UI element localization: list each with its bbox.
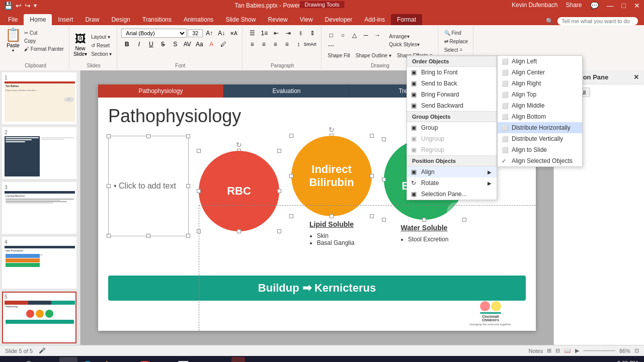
shape-more[interactable]: ⋯ (326, 41, 337, 51)
submenu-distribute-vert[interactable]: ⬜ Distribute Vertically (498, 133, 582, 144)
submenu-align-selected[interactable]: ✓ Align Selected Objects (498, 155, 582, 166)
handle-br-direct[interactable] (462, 218, 466, 222)
notes-btn[interactable]: Notes (528, 348, 543, 354)
indirect-circle[interactable]: Indirect Bilirubin (291, 136, 372, 216)
tab-design[interactable]: Design (105, 14, 136, 25)
line-spacing-btn[interactable]: ↕ (293, 39, 304, 49)
bullets-btn[interactable]: ☰ (247, 28, 258, 38)
comment-btn[interactable]: 💬 (590, 2, 599, 10)
paste-btn[interactable]: 📋 Paste ▾ (5, 27, 21, 53)
handle-tl-direct[interactable] (382, 137, 386, 141)
shape-triangle[interactable]: △ (349, 30, 360, 40)
slide-thumb-4[interactable]: 4 Case Presentation text... (2, 237, 76, 289)
section-btn[interactable]: Section ▾ (89, 50, 114, 58)
slide-thumb-3[interactable]: 3 Learning Objectives (2, 182, 76, 234)
underline-btn[interactable]: U (145, 39, 156, 49)
view-reading-btn[interactable]: 📖 (564, 347, 571, 354)
handle-right-rbc[interactable] (277, 189, 281, 193)
tab-evaluation[interactable]: Evaluation (224, 84, 350, 98)
handle-bl-rbc[interactable] (197, 229, 201, 233)
menu-send-to-back[interactable]: ▣ Send to Back (407, 78, 497, 89)
minimize-btn[interactable]: — (607, 2, 614, 10)
handle-ml[interactable] (107, 184, 111, 188)
tab-file[interactable]: File (2, 14, 24, 25)
text-placeholder[interactable]: • Click to add text (108, 136, 189, 236)
handle-right-indirect[interactable] (370, 174, 374, 178)
handle-bl[interactable] (107, 234, 111, 238)
replace-btn[interactable]: ⇄ Replace (442, 38, 470, 45)
find-btn[interactable]: 🔍 Find (442, 29, 470, 37)
handle-mr[interactable] (186, 184, 190, 188)
submenu-distribute-horiz[interactable]: ⬜ Distribute Horizontally (498, 122, 582, 133)
shape-fill-btn[interactable]: Shape Fill (326, 52, 352, 59)
tab-slideshow[interactable]: Slide Show (219, 14, 262, 25)
save-icon[interactable]: 💾 (4, 2, 13, 10)
reset-btn[interactable]: ↺ Reset (89, 42, 114, 49)
align-center-btn[interactable]: ≡ (258, 39, 269, 49)
convert-smartart-btn[interactable]: SmArt (304, 39, 315, 49)
copy-btn[interactable]: Copy (22, 37, 66, 45)
handle-tl[interactable] (107, 134, 111, 138)
shadow-btn[interactable]: S (170, 39, 181, 49)
new-slide-btn[interactable]: 🖼 New Slide▾ (73, 33, 87, 57)
menu-send-backward[interactable]: ▣ Send Backward (407, 100, 497, 111)
browser-btn[interactable]: 🌐 (78, 357, 97, 362)
handle-bl-indirect[interactable] (289, 214, 293, 218)
close-btn[interactable]: ✕ (634, 2, 640, 10)
view-sorter-btn[interactable]: ⊟ (555, 347, 560, 354)
quick-styles-btn[interactable]: Quick Styles▾ (387, 41, 422, 48)
align-right-btn[interactable]: ≡ (270, 39, 281, 49)
submenu-align-middle[interactable]: ⬜ Align Middle (498, 100, 582, 111)
char-spacing-btn[interactable]: AV (182, 39, 193, 49)
handle-bl-direct[interactable] (382, 218, 386, 222)
menu-rotate[interactable]: ↻ Rotate ▶ (407, 177, 497, 189)
view-normal-btn[interactable]: ⊞ (547, 347, 551, 354)
font-family-select[interactable]: Arial (Body) (121, 29, 187, 38)
strikethrough-btn[interactable]: S̶ (157, 39, 169, 49)
shape-rect[interactable]: □ (326, 30, 337, 40)
buildup-bar[interactable]: Buildup ➡ Kernicterus (108, 276, 526, 301)
tab-pathophysiology[interactable]: Pathophysiology (98, 84, 224, 98)
word-btn[interactable]: 🗒 (193, 357, 211, 362)
handle-br[interactable] (186, 234, 190, 238)
tab-developer[interactable]: Developer (319, 14, 359, 25)
shape-circle[interactable]: ○ (337, 30, 348, 40)
excel-btn[interactable]: 📊 (174, 357, 192, 362)
shape-line[interactable]: ─ (360, 30, 371, 40)
shape-outline-btn[interactable]: Shape Outline ▾ (354, 52, 393, 59)
handle-bottom-rbc[interactable] (237, 229, 241, 233)
align-left-btn[interactable]: ≡ (247, 39, 258, 49)
favorites-btn[interactable]: ⭐ (98, 357, 116, 362)
submenu-align-left[interactable]: ⬜ Align Left (498, 56, 582, 67)
italic-btn[interactable]: I (133, 39, 144, 49)
handle-left-indirect[interactable] (289, 174, 293, 178)
submenu-align-center[interactable]: ⬜ Align Center (498, 67, 582, 78)
handle-tl-rbc[interactable] (197, 149, 201, 153)
handle-tr-rbc[interactable] (277, 149, 281, 153)
maximize-btn[interactable]: □ (622, 2, 626, 10)
calendar-btn[interactable]: 📅 (136, 357, 154, 362)
click-to-add-text[interactable]: • Click to add text (114, 182, 176, 191)
task-view-btn[interactable]: ☁ (40, 357, 58, 362)
redo-icon[interactable]: ↪ (25, 2, 31, 10)
share-btn[interactable]: Share (566, 2, 582, 10)
rbc-circle[interactable]: RBC (199, 151, 279, 231)
handle-br-indirect[interactable] (370, 214, 374, 218)
handle-tr[interactable] (186, 134, 190, 138)
handle-left-rbc[interactable] (197, 189, 201, 193)
increase-indent-btn[interactable]: ⇥ (283, 28, 294, 38)
submenu-align-top[interactable]: ⬜ Align Top (498, 89, 582, 100)
clear-format-btn[interactable]: ✕A (228, 28, 239, 38)
text-direction-btn[interactable]: ⇕ (307, 28, 318, 38)
arrange-btn[interactable]: Arrange▾ (387, 33, 422, 40)
numbering-btn[interactable]: 1≡ (259, 28, 270, 38)
handle-bottom-direct[interactable] (422, 218, 426, 222)
slide-thumb-1[interactable]: 1 Tan Babies Responding to Newborn Jaund… (2, 72, 76, 124)
search-btn[interactable]: 🔍 (21, 357, 39, 362)
menu-group[interactable]: ▣ Group (407, 122, 497, 133)
handle-bottom-indirect[interactable] (330, 214, 334, 218)
handle-bm[interactable] (146, 234, 150, 238)
email-btn[interactable]: 📧 (117, 357, 135, 362)
tab-insert[interactable]: Insert (52, 14, 79, 25)
animation-pane-close[interactable]: ✕ (633, 73, 639, 81)
